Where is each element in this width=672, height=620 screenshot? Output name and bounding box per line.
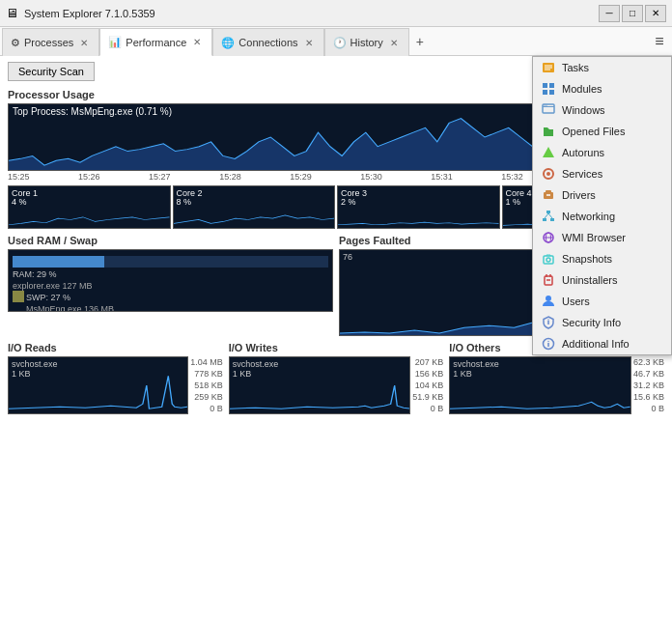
io-others-v3: 15.6 KB <box>633 391 664 403</box>
ram-process: explorer.exe 127 MB <box>13 281 93 291</box>
menu-item-autoruns[interactable]: Autoruns <box>533 142 671 163</box>
tab-history-label: History <box>350 37 383 48</box>
core-3: Core 3 2 % <box>337 185 500 229</box>
svg-rect-9 <box>543 106 554 107</box>
menu-item-users[interactable]: Users <box>533 291 671 312</box>
menu-button[interactable]: ≡ <box>647 27 672 55</box>
svg-line-22 <box>548 213 552 218</box>
modules-icon <box>541 81 556 97</box>
core-1: Core 1 4 % <box>8 185 171 229</box>
time-5: 15:30 <box>360 172 382 182</box>
io-reads-chart: svchost.exe 1 KB <box>8 356 188 414</box>
swp-process: MsMpEng.exe 136 MB <box>26 304 114 312</box>
minimize-button[interactable]: ─ <box>599 5 620 22</box>
io-reads-v1: 778 KB <box>190 368 223 380</box>
io-others-v1: 46.7 KB <box>633 368 664 380</box>
time-0: 15:25 <box>8 172 30 182</box>
tab-processes[interactable]: ⚙ Processes ✕ <box>2 28 99 56</box>
io-writes-v1: 156 KB <box>412 368 443 380</box>
menu-services-label: Services <box>562 168 602 180</box>
io-others-v0: 62.3 KB <box>633 356 664 368</box>
time-2: 15:27 <box>149 172 171 182</box>
svg-rect-20 <box>550 218 554 221</box>
io-writes-v0: 207 KB <box>412 356 443 368</box>
pages-right-label: 76 <box>343 252 352 262</box>
io-others-v4: 0 B <box>633 403 664 414</box>
io-writes-section: I/O Writes svchost.exe 1 KB 207 KB 156 K… <box>229 342 444 414</box>
time-6: 15:31 <box>431 172 453 182</box>
services-icon <box>541 166 556 182</box>
time-4: 15:29 <box>290 172 312 182</box>
menu-windows-label: Windows <box>562 104 605 116</box>
io-writes-v4: 0 B <box>412 403 443 414</box>
svg-rect-5 <box>549 83 554 88</box>
connections-icon: 🌐 <box>221 37 235 49</box>
svg-point-34 <box>547 319 548 320</box>
menu-item-networking[interactable]: Networking <box>533 206 671 227</box>
menu-drivers-label: Drivers <box>562 189 596 201</box>
menu-item-snapshots[interactable]: Snapshots <box>533 248 671 269</box>
svg-point-10 <box>544 104 545 105</box>
uninstallers-icon <box>541 272 556 288</box>
menu-users-label: Users <box>562 296 590 307</box>
svg-point-14 <box>546 172 550 176</box>
svg-point-27 <box>546 258 550 262</box>
add-tab-button[interactable]: + <box>409 27 431 55</box>
networking-icon <box>541 209 556 224</box>
app-icon: 🖥 <box>6 6 18 20</box>
processes-icon: ⚙ <box>11 37 20 49</box>
close-button[interactable]: ✕ <box>645 5 666 22</box>
menu-item-services[interactable]: Services <box>533 163 671 184</box>
io-reads-section: I/O Reads svchost.exe 1 KB 1.04 MB 778 K… <box>8 342 223 414</box>
tab-connections[interactable]: 🌐 Connections ✕ <box>212 28 323 56</box>
menu-item-drivers[interactable]: Drivers <box>533 184 671 206</box>
wmi-browser-icon <box>541 230 556 245</box>
menu-item-uninstallers[interactable]: Uninstallers <box>533 269 671 291</box>
io-reads-values: 1.04 MB 778 KB 518 KB 259 KB 0 B <box>190 356 223 414</box>
ram-label: RAM: 29 % <box>13 269 57 279</box>
maximize-button[interactable]: □ <box>622 5 643 22</box>
security-scan-button[interactable]: Security Scan <box>8 62 95 81</box>
ram-title: Used RAM / Swap <box>8 235 333 246</box>
security-info-icon <box>541 315 556 330</box>
app-title: System Explorer 7.1.0.5359 <box>24 8 155 19</box>
io-writes-v2: 104 KB <box>412 380 443 391</box>
menu-tasks-label: Tasks <box>562 62 589 73</box>
tab-history-close[interactable]: ✕ <box>387 36 401 49</box>
dropdown-menu: Tasks Modules Windows Opened Files Autor… <box>532 56 672 355</box>
menu-item-security-info[interactable]: Security Info <box>533 312 671 333</box>
menu-item-windows[interactable]: Windows <box>533 99 671 121</box>
menu-item-additional-info[interactable]: Additional Info <box>533 333 671 354</box>
svg-rect-16 <box>546 190 551 193</box>
svg-marker-12 <box>543 147 554 157</box>
menu-additional-info-label: Additional Info <box>562 338 630 350</box>
io-reads-v4: 0 B <box>190 403 223 414</box>
drivers-icon <box>541 187 556 203</box>
swp-label: SWP: 27 % <box>26 293 70 302</box>
tab-processes-label: Processes <box>24 37 73 48</box>
performance-icon: 📊 <box>108 36 122 48</box>
tab-performance[interactable]: 📊 Performance ✕ <box>99 28 212 56</box>
tab-processes-close[interactable]: ✕ <box>77 36 91 49</box>
io-reads-v0: 1.04 MB <box>190 356 223 368</box>
io-writes-v3: 51.9 KB <box>412 391 443 403</box>
tasks-icon <box>541 60 556 75</box>
svg-point-11 <box>546 104 546 105</box>
tab-performance-close[interactable]: ✕ <box>190 36 204 49</box>
additional-info-icon <box>541 336 556 352</box>
tab-connections-close[interactable]: ✕ <box>302 36 316 49</box>
windows-icon <box>541 102 556 118</box>
io-others-values: 62.3 KB 46.7 KB 31.2 KB 15.6 KB 0 B <box>633 356 664 414</box>
svg-point-37 <box>547 341 548 342</box>
menu-item-modules[interactable]: Modules <box>533 78 671 99</box>
tab-history[interactable]: 🕐 History ✕ <box>324 28 409 56</box>
menu-item-wmi-browser[interactable]: WMI Browser <box>533 227 671 248</box>
svg-rect-19 <box>543 218 546 221</box>
svg-point-32 <box>546 296 551 301</box>
menu-item-tasks[interactable]: Tasks <box>533 57 671 78</box>
time-1: 15:26 <box>78 172 100 182</box>
menu-security-info-label: Security Info <box>562 317 621 328</box>
menu-autoruns-label: Autoruns <box>562 147 604 158</box>
svg-line-21 <box>545 213 548 218</box>
menu-item-opened-files[interactable]: Opened Files <box>533 121 671 142</box>
